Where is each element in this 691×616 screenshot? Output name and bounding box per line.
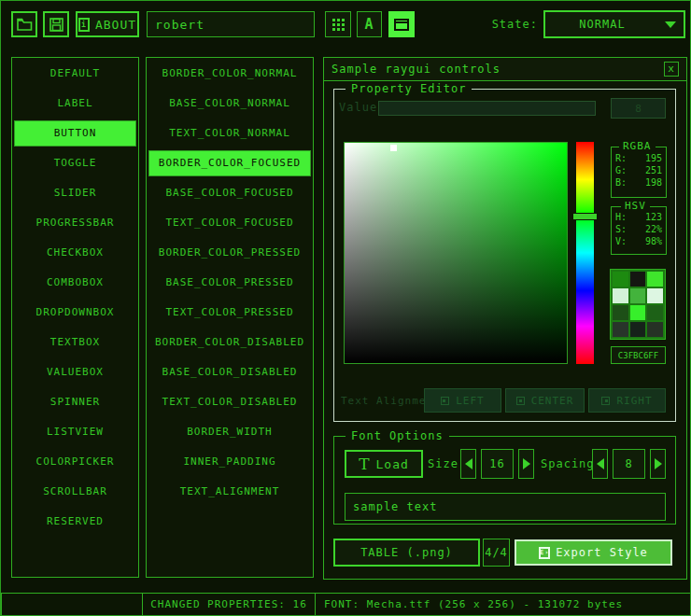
list-item-inner_padding[interactable]: INNER_PADDING xyxy=(148,449,311,475)
list-item-border_color_normal[interactable]: BORDER_COLOR_NORMAL xyxy=(148,61,311,87)
list-item-border_color_pressed[interactable]: BORDER_COLOR_PRESSED xyxy=(148,240,311,266)
rgba-row-b: B:198 xyxy=(612,176,666,189)
spacing-decrease-button[interactable] xyxy=(592,449,608,479)
text-t-icon: T xyxy=(359,456,370,472)
size-decrease-button[interactable] xyxy=(460,449,476,479)
list-item-textbox[interactable]: TEXTBOX xyxy=(14,329,136,356)
hex-color-value: C3FBC6FF xyxy=(618,351,658,360)
align-center-button[interactable]: CENTER xyxy=(505,388,585,413)
list-item-slider[interactable]: SLIDER xyxy=(14,180,136,206)
load-font-label: Load xyxy=(376,457,409,471)
sample-text-input[interactable] xyxy=(345,493,666,521)
hue-slider[interactable] xyxy=(576,142,594,364)
align-right-label: RIGHT xyxy=(616,395,652,407)
color-swatch[interactable] xyxy=(613,322,628,337)
list-item-text_color_pressed[interactable]: TEXT_COLOR_PRESSED xyxy=(148,300,311,326)
list-item-border_color_focused[interactable]: BORDER_COLOR_FOCUSED xyxy=(148,150,311,176)
size-increase-button[interactable] xyxy=(518,449,534,479)
status-changed-properties: CHANGED PROPERTIES: 16 xyxy=(142,593,316,616)
align-left-icon xyxy=(441,397,449,405)
spacing-value-box[interactable]: 8 xyxy=(613,449,645,479)
list-item-base_color_focused[interactable]: BASE_COLOR_FOCUSED xyxy=(148,180,311,206)
list-item-reserved[interactable]: RESERVED xyxy=(14,509,136,535)
list-item-text_color_focused[interactable]: TEXT_COLOR_FOCUSED xyxy=(148,210,311,236)
picker-cursor[interactable] xyxy=(390,145,397,151)
color-swatch[interactable] xyxy=(647,305,663,320)
status-segment-empty xyxy=(1,593,143,616)
align-left-button[interactable]: LEFT xyxy=(424,388,501,413)
value-spinner-value: 8 xyxy=(635,103,642,115)
list-item-button[interactable]: BUTTON xyxy=(14,120,136,147)
list-item-combobox[interactable]: COMBOBOX xyxy=(14,270,136,296)
state-dropdown[interactable]: NORMAL xyxy=(543,10,685,38)
window-icon xyxy=(394,19,409,31)
load-font-button[interactable]: T Load xyxy=(345,450,423,478)
list-item-checkbox[interactable]: CHECKBOX xyxy=(14,240,136,266)
size-value-box[interactable]: 16 xyxy=(481,449,514,479)
sample-window: Sample raygui controls x Property Editor… xyxy=(323,57,687,580)
hex-color-input[interactable]: C3FBC6FF xyxy=(611,346,666,364)
color-picker-square[interactable] xyxy=(344,142,568,364)
value-slider[interactable] xyxy=(378,101,596,116)
style-name-input[interactable] xyxy=(147,11,315,37)
list-item-default[interactable]: DEFAULT xyxy=(14,61,136,87)
list-item-text_color_normal[interactable]: TEXT_COLOR_NORMAL xyxy=(148,120,311,147)
window-title: Sample raygui controls xyxy=(331,63,664,76)
rgba-row-r: R:195 xyxy=(612,152,666,164)
export-style-label: Export Style xyxy=(556,546,648,559)
list-item-colorpicker[interactable]: COLORPICKER xyxy=(14,449,136,475)
color-swatch[interactable] xyxy=(647,322,663,337)
align-center-label: CENTER xyxy=(531,395,574,407)
list-item-dropdownbox[interactable]: DROPDOWNBOX xyxy=(14,300,136,326)
export-format-dropdown[interactable]: TABLE (.png) xyxy=(333,539,480,567)
grid-view-button[interactable] xyxy=(325,11,351,37)
color-swatch[interactable] xyxy=(630,322,646,337)
list-item-toggle[interactable]: TOGGLE xyxy=(14,150,136,176)
font-view-button[interactable]: A xyxy=(357,11,382,37)
list-item-border_width[interactable]: BORDER_WIDTH xyxy=(148,419,311,445)
list-item-progressbar[interactable]: PROGRESSBAR xyxy=(14,210,136,236)
color-swatch[interactable] xyxy=(613,272,628,287)
color-swatch[interactable] xyxy=(613,305,628,320)
align-right-button[interactable]: RIGHT xyxy=(588,388,666,413)
about-button[interactable]: i ABOUT xyxy=(76,11,139,37)
hsv-row-h: H:123 xyxy=(612,211,666,223)
list-item-base_color_pressed[interactable]: BASE_COLOR_PRESSED xyxy=(148,270,311,296)
rgba-group: RGBA R:195 G:251 B:198 xyxy=(611,147,667,198)
save-style-button[interactable] xyxy=(43,11,69,37)
list-item-listview[interactable]: LISTVIEW xyxy=(14,419,136,445)
property-editor-group-label: Property Editor xyxy=(346,82,472,95)
close-button[interactable]: x xyxy=(664,62,679,77)
list-item-base_color_disabled[interactable]: BASE_COLOR_DISABLED xyxy=(148,359,311,385)
property-editor-group: Property Editor Value: 8 RGBA R:195 xyxy=(333,89,676,422)
hue-slider-handle[interactable] xyxy=(572,213,598,220)
list-item-valuebox[interactable]: VALUEBOX xyxy=(14,359,136,385)
align-center-icon xyxy=(516,397,525,405)
list-item-border_color_disabled[interactable]: BORDER_COLOR_DISABLED xyxy=(148,329,311,356)
list-item-spinner[interactable]: SPINNER xyxy=(14,389,136,415)
color-swatch[interactable] xyxy=(647,288,663,303)
spacing-increase-button[interactable] xyxy=(650,449,666,479)
color-swatch[interactable] xyxy=(630,305,646,320)
hsv-row-v: V:98% xyxy=(612,235,666,247)
list-item-label[interactable]: LABEL xyxy=(14,91,136,117)
color-swatch-grid xyxy=(610,269,666,340)
color-swatch[interactable] xyxy=(630,272,646,287)
layout-view-button[interactable] xyxy=(388,11,415,37)
grid-icon xyxy=(332,19,345,31)
export-page-counter[interactable]: 4/4 xyxy=(483,539,510,567)
color-swatch[interactable] xyxy=(630,288,646,303)
export-style-button[interactable]: E› Export Style xyxy=(515,539,672,566)
list-item-base_color_normal[interactable]: BASE_COLOR_NORMAL xyxy=(148,91,311,117)
state-label: State: xyxy=(472,18,538,31)
list-item-scrollbar[interactable]: SCROLLBAR xyxy=(14,479,136,505)
color-swatch[interactable] xyxy=(647,272,663,287)
font-options-group: Font Options T Load Size: 16 Spacing: 8 xyxy=(333,436,676,525)
chevron-right-icon xyxy=(655,458,662,469)
open-style-button[interactable] xyxy=(11,11,37,37)
spacing-value: 8 xyxy=(625,457,632,470)
list-item-text_alignment[interactable]: TEXT_ALIGNMENT xyxy=(148,479,311,505)
color-swatch[interactable] xyxy=(613,288,628,303)
list-item-text_color_disabled[interactable]: TEXT_COLOR_DISABLED xyxy=(148,389,311,415)
value-spinner[interactable]: 8 xyxy=(611,98,666,119)
